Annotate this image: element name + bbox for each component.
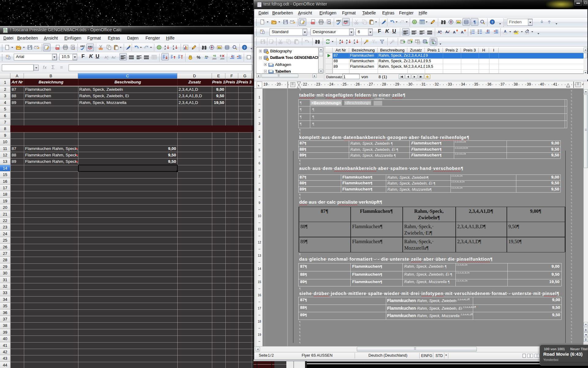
svg-text:¶: ¶ [571, 171, 572, 174]
svg-text:¶: ¶ [571, 157, 572, 160]
svg-text:¶: ¶ [571, 222, 572, 225]
svg-text:¶: ¶ [571, 154, 572, 157]
svg-text:¶: ¶ [571, 232, 572, 235]
svg-text:,000: ,000 [212, 57, 216, 60]
svg-text:16: 16 [258, 293, 261, 297]
svg-text:¶: ¶ [571, 178, 572, 181]
svg-text:¶: ¶ [571, 327, 572, 330]
svg-text:¶: ¶ [571, 303, 572, 306]
svg-text:¶: ¶ [571, 191, 572, 194]
svg-text:¶: ¶ [571, 168, 572, 171]
svg-text:¶: ¶ [571, 140, 572, 144]
svg-text:A: A [107, 55, 109, 58]
svg-text:¶: ¶ [571, 317, 572, 320]
svg-text:Z: Z [346, 42, 348, 44]
svg-text:¶: ¶ [571, 236, 572, 239]
svg-text:¶: ¶ [571, 209, 572, 212]
svg-text:¶: ¶ [571, 127, 572, 130]
svg-text:3: 3 [258, 122, 260, 125]
svg-text:1: 1 [258, 96, 260, 99]
svg-text:¶: ¶ [571, 297, 572, 300]
svg-text:¶: ¶ [571, 137, 572, 140]
svg-text:¶: ¶ [571, 181, 572, 184]
svg-text:¶: ¶ [473, 20, 476, 25]
svg-text:,000: ,000 [220, 57, 224, 60]
svg-text:ABC: ABC [88, 45, 93, 48]
svg-text:¶: ¶ [571, 263, 572, 266]
svg-text:PDF: PDF [56, 48, 59, 49]
svg-text:¶: ¶ [571, 124, 572, 127]
svg-text:¶: ¶ [571, 246, 572, 249]
svg-text:6: 6 [258, 162, 260, 165]
svg-text:¶: ¶ [571, 134, 572, 137]
svg-text:3: 3 [470, 33, 472, 34]
svg-text:¶: ¶ [571, 280, 572, 283]
svg-text:¶: ¶ [571, 188, 572, 191]
svg-text:Z: Z [173, 45, 174, 47]
svg-text:¶: ¶ [571, 276, 572, 279]
svg-text:8: 8 [258, 188, 260, 191]
svg-text:ABC: ABC [344, 20, 349, 23]
svg-text:¶: ¶ [571, 286, 572, 289]
svg-text:¶: ¶ [571, 147, 572, 150]
svg-text:%: % [197, 55, 200, 60]
svg-text:19: 19 [258, 333, 261, 336]
svg-text:17: 17 [258, 307, 261, 310]
svg-text:¶: ¶ [571, 185, 572, 188]
svg-text:¶: ¶ [571, 290, 572, 293]
svg-text:Z: Z [354, 39, 355, 41]
svg-text:15: 15 [258, 280, 261, 284]
svg-text:¶: ¶ [571, 320, 572, 324]
svg-text:A: A [453, 30, 456, 34]
svg-text:¶: ¶ [571, 144, 572, 147]
svg-text:¶: ¶ [571, 331, 572, 334]
svg-text:¶: ¶ [571, 310, 572, 313]
svg-text:7: 7 [258, 175, 260, 178]
svg-text:¶: ¶ [571, 252, 572, 255]
svg-text:14: 14 [258, 267, 261, 270]
svg-text:12: 12 [258, 241, 261, 244]
svg-text:¶: ¶ [571, 229, 572, 232]
svg-text:13: 13 [258, 254, 261, 257]
svg-text:¶: ¶ [571, 249, 572, 252]
svg-text:¶: ¶ [571, 90, 572, 93]
svg-text:Z: Z [164, 48, 166, 50]
svg-text:¶: ¶ [571, 212, 572, 215]
svg-text:¶: ¶ [571, 117, 572, 120]
svg-text:¶: ¶ [571, 337, 572, 340]
svg-text:¶: ¶ [571, 225, 572, 228]
svg-text:¶: ¶ [571, 110, 572, 113]
svg-text:¶: ¶ [571, 205, 572, 208]
svg-text:A: A [354, 42, 355, 44]
svg-text:¶: ¶ [571, 266, 572, 269]
svg-text:5: 5 [258, 148, 260, 152]
svg-text:¶: ¶ [571, 283, 572, 286]
svg-text:¶: ¶ [571, 293, 572, 296]
svg-text:ABC: ABC [80, 45, 85, 48]
svg-text:¶: ¶ [571, 334, 572, 337]
svg-text:11: 11 [258, 228, 261, 231]
svg-text:A: A [173, 48, 174, 50]
svg-text:¶: ¶ [571, 341, 572, 344]
svg-text:¶: ¶ [571, 307, 572, 310]
svg-text:18: 18 [258, 320, 261, 323]
svg-text:A: A [346, 39, 348, 41]
svg-text:%: % [206, 55, 208, 58]
svg-text:PDF: PDF [311, 22, 314, 24]
svg-text:¶: ¶ [571, 219, 572, 222]
svg-text:Z: Z [339, 42, 341, 44]
svg-text:?: ? [244, 46, 245, 49]
svg-text:¶: ¶ [571, 201, 572, 205]
svg-text:¶: ¶ [571, 324, 572, 327]
svg-text:¶: ¶ [571, 215, 572, 218]
svg-text:¶: ¶ [571, 256, 572, 259]
svg-text:¶: ¶ [571, 174, 572, 178]
svg-text:¶: ¶ [571, 300, 572, 303]
svg-text:A: A [164, 45, 166, 47]
svg-text:2: 2 [258, 109, 260, 112]
svg-text:¶: ¶ [571, 120, 572, 123]
svg-text:4: 4 [258, 135, 260, 139]
svg-text:¶: ¶ [571, 270, 572, 273]
svg-text:?: ? [492, 21, 493, 24]
svg-text:¶: ¶ [571, 103, 572, 106]
